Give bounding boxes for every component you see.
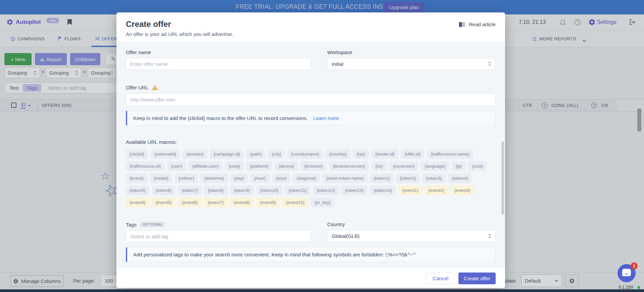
macro-chip[interactable]: {brand} <box>126 173 147 183</box>
macro-chip[interactable]: {lander.id} <box>371 149 398 159</box>
read-article-link[interactable]: Read article <box>458 22 496 27</box>
workspace-select[interactable]: Initial <box>327 58 496 70</box>
macro-chip[interactable]: {event5} <box>152 198 176 207</box>
macro-chip[interactable]: {countryname} <box>287 149 323 159</box>
learn-more-link[interactable]: Learn more <box>313 115 339 121</box>
macro-chip[interactable]: {size} <box>272 173 290 183</box>
macro-chip[interactable]: {city} <box>268 149 285 159</box>
macros-list: {clickid}{externalid}{domain}{campaign.i… <box>126 149 496 207</box>
macro-chip[interactable]: {os} <box>371 161 386 171</box>
macro-chip[interactable]: {model} <box>150 173 172 183</box>
macros-label: Available URL macros: <box>126 139 496 145</box>
macro-chip[interactable]: {isp} <box>353 149 369 159</box>
app-root: FREE TRIAL. UPGRADE & GET FULL ACCESS IN… <box>0 0 644 292</box>
macro-chip[interactable]: {language} <box>421 161 449 171</box>
macro-chip[interactable]: {event8} <box>230 198 254 207</box>
updown-icon <box>488 234 491 238</box>
modal-subtitle: An offer is your ad URL which you will a… <box>126 31 233 37</box>
macro-chip[interactable]: {event10} <box>282 198 308 207</box>
macro-chip[interactable]: {event7} <box>204 198 228 207</box>
macro-chip[interactable]: {trafficsource.name} <box>427 149 473 159</box>
macro-chip[interactable]: {trafficsource.id} <box>126 161 164 171</box>
macro-chip[interactable]: {token4} <box>448 173 472 183</box>
macro-chip[interactable]: {domain} <box>183 149 207 159</box>
macro-chip[interactable]: {token:token name} <box>323 173 367 183</box>
modal-footer: Cancel Create offer <box>116 268 505 288</box>
macro-chip[interactable]: {token13} <box>341 185 367 195</box>
macro-chip[interactable]: {device} <box>275 161 298 171</box>
macro-chip[interactable]: {token9} <box>230 185 254 195</box>
macro-chip[interactable]: {token5} <box>126 185 149 195</box>
tags-label: TagsOPTIONAL <box>126 221 311 227</box>
create-offer-modal: Create offer An offer is your ad URL whi… <box>116 12 505 288</box>
macro-chip[interactable]: {clickid} <box>126 149 148 159</box>
macro-chip[interactable]: {token8} <box>204 185 228 195</box>
macro-chip[interactable]: {token6} <box>152 185 176 195</box>
cancel-button[interactable]: Cancel <box>426 273 455 284</box>
macro-chip[interactable]: {offer.id} <box>401 149 424 159</box>
macro-chip[interactable]: {event2} <box>425 185 448 195</box>
country-select[interactable]: Global(GLB) <box>327 230 496 242</box>
macro-chip[interactable]: {ip} <box>452 161 465 171</box>
macro-chip[interactable]: {country} <box>326 149 350 159</box>
macro-chip[interactable]: {token3} <box>422 173 446 183</box>
macro-chip[interactable]: {hour} <box>250 173 269 183</box>
status-dot <box>637 286 640 289</box>
macro-chip[interactable]: {token11} <box>285 185 310 195</box>
country-label: Country <box>327 221 496 227</box>
macro-chip[interactable]: {datetime} <box>201 173 228 183</box>
tags-note: Add personalized tags to make your searc… <box>126 247 496 262</box>
macro-chip[interactable]: {diagonal} <box>293 173 320 183</box>
updown-icon <box>488 61 491 66</box>
modal-scrollbar[interactable] <box>501 141 504 215</box>
modal-header: Create offer An offer is your ad URL whi… <box>116 12 505 42</box>
macro-chip[interactable]: {token7} <box>178 185 201 195</box>
book-icon <box>458 22 466 27</box>
macro-chip[interactable]: {browserversion} <box>329 161 369 171</box>
create-offer-button[interactable]: Create offer <box>458 273 496 284</box>
chat-widget-button[interactable]: 1 <box>617 264 636 282</box>
macro-chip[interactable]: {affiliate.user} <box>189 161 222 171</box>
clickid-note: Keep in mind to add the {clickid} macro … <box>126 111 496 126</box>
macro-chip[interactable]: {event3} <box>451 185 474 195</box>
macro-chip[interactable]: {uniq} <box>225 161 244 171</box>
offer-name-label: Offer name <box>126 49 311 55</box>
macro-chip[interactable]: {event6} <box>178 198 201 207</box>
macro-chip[interactable]: {event9} <box>256 198 280 207</box>
macro-chip[interactable]: {event4} <box>126 198 149 207</box>
version-label: 0.1.150 <box>618 285 633 290</box>
offer-url-input[interactable] <box>126 93 496 106</box>
macro-chip[interactable]: {platform} <box>246 161 273 171</box>
macro-chip[interactable]: {day} <box>231 173 248 183</box>
macro-chip[interactable]: {token10} <box>256 185 282 195</box>
modal-body: Offer name Workspace Initial Offer URL K… <box>116 42 505 268</box>
macro-chip[interactable]: {user} <box>167 161 186 171</box>
macro-chip[interactable]: {cost} <box>468 161 487 171</box>
offer-name-input[interactable] <box>126 58 311 70</box>
macro-chip[interactable]: {event1} <box>398 185 422 195</box>
macro-chip[interactable]: {token1} <box>370 173 394 183</box>
bottom-edge-strip <box>0 289 644 292</box>
modal-title: Create offer <box>126 19 233 29</box>
chat-bubble-icon <box>622 269 631 276</box>
macro-chip[interactable]: {externalid} <box>151 149 180 159</box>
macro-chip[interactable]: {referer} <box>175 173 198 183</box>
macro-chip[interactable]: {browser} <box>301 161 327 171</box>
offer-url-label: Offer URL <box>126 85 496 90</box>
tags-input[interactable] <box>126 230 311 242</box>
macro-chip[interactable]: {campaign.id} <box>210 149 244 159</box>
workspace-label: Workspace <box>327 49 496 55</box>
macro-chip[interactable]: {token14} <box>370 185 396 195</box>
macro-chip[interactable]: {token12} <box>313 185 339 195</box>
macro-chip[interactable]: {path} <box>246 149 265 159</box>
optional-badge: OPTIONAL <box>140 221 165 227</box>
warning-icon <box>152 85 158 90</box>
chat-unread-badge: 1 <box>631 262 638 269</box>
macro-chip[interactable]: {pr_key} <box>311 198 334 207</box>
macro-chip[interactable]: {osversion} <box>389 161 418 171</box>
macro-chip[interactable]: {token2} <box>396 173 419 183</box>
